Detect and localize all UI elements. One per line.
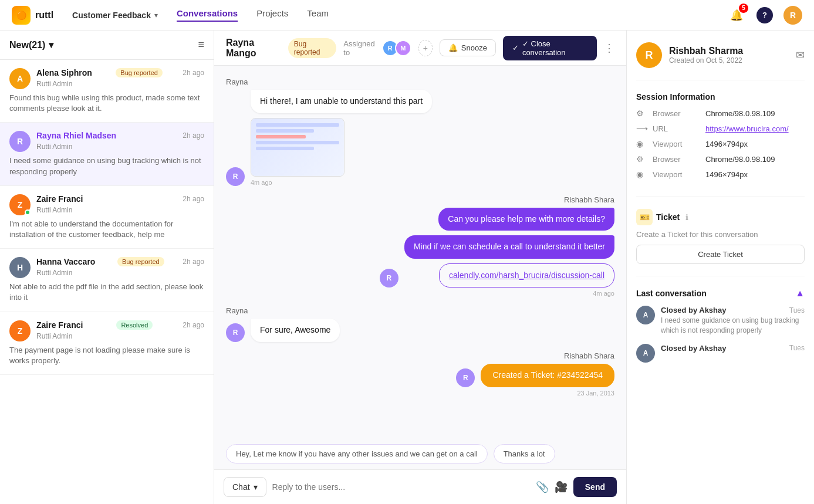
message-avatar: R	[380, 269, 398, 287]
info-row: ⚙ Browser Chrome/98.0.98.109	[636, 109, 805, 118]
message-group: Rayna R For sure, Awesome	[226, 306, 614, 342]
snooze-button[interactable]: 🔔 Snooze	[440, 39, 496, 56]
contact-created: Created on Oct 5, 2022	[669, 56, 743, 65]
user-avatar[interactable]: R	[783, 6, 802, 25]
sidebar-filter-icon[interactable]: ≡	[198, 39, 204, 51]
message-group: Rishabh Shara Can you please help me wit…	[226, 195, 614, 297]
convo-time: 2h ago	[183, 321, 204, 329]
avatar: R	[9, 131, 31, 152]
convo-preview: The payment page is not loading please m…	[9, 345, 204, 366]
message-time: 4m ago	[226, 290, 614, 297]
browser-icon: ⚙	[636, 154, 647, 164]
convo-item-top: Z Zaire Franci 2h ago Rutti Admin	[9, 194, 204, 217]
last-conversation-title: Last conversation	[636, 289, 707, 298]
top-navigation: 🟠 ruttl Customer Feedback ▾ Conversation…	[0, 0, 814, 31]
right-panel: R Rishbah Sharma Created on Oct 5, 2022 …	[626, 31, 814, 504]
main-layout: New(21) ▾ ≡ A Alena Siphron Bug reported…	[0, 31, 814, 504]
convo-name-row: Rayna Rhiel Madsen 2h ago	[36, 131, 204, 140]
logo-icon: 🟠	[12, 6, 31, 25]
sidebar-title[interactable]: New(21) ▾	[9, 39, 53, 50]
list-item[interactable]: Z Zaire Franci Resolved 2h ago Rutti Adm…	[0, 312, 214, 375]
avatar: A	[636, 306, 655, 324]
convo-role: Rutti Admin	[36, 332, 204, 340]
ticket-title-row: 🎫 Ticket ℹ	[636, 209, 805, 225]
attach-file-button[interactable]: 📎	[536, 481, 549, 493]
message-row: Can you please help me with more details…	[226, 208, 614, 288]
nav-team[interactable]: Team	[307, 8, 329, 22]
message-row: R For sure, Awesome	[226, 319, 614, 342]
session-info-title: Session Information	[636, 92, 805, 102]
divider	[636, 197, 805, 197]
quick-reply-button[interactable]: Thanks a lot	[494, 444, 555, 464]
last-convo-info: Closed by Akshay Tues I need some guidan…	[661, 306, 805, 336]
send-button[interactable]: Send	[573, 477, 617, 497]
convo-info: Hanna Vaccaro Bug reported 2h ago Rutti …	[36, 257, 204, 279]
brand-selector[interactable]: Customer Feedback ▾	[72, 11, 158, 20]
info-value-link[interactable]: https://www.brucira.com/	[705, 124, 789, 133]
screen-line	[256, 141, 339, 144]
chat-type-selector[interactable]: Chat ▾	[224, 477, 266, 497]
chat-contact-name: Rayna Mango	[226, 38, 281, 59]
convo-preview: Not able to add the pdf file in the add …	[9, 282, 204, 303]
brand-chevron-icon: ▾	[154, 11, 158, 19]
last-conversation-item: A Closed by Akshay Tues I need some guid…	[636, 306, 805, 336]
assigned-label: Assigned to	[343, 39, 377, 57]
info-row: ⟶ URL https://www.brucira.com/	[636, 124, 805, 133]
video-button[interactable]: 🎥	[555, 481, 568, 493]
convo-item-top: R Rayna Rhiel Madsen 2h ago Rutti Admin	[9, 131, 204, 153]
message-content: Can you please help me with more details…	[404, 208, 614, 288]
screen-line	[256, 123, 339, 127]
convo-role: Rutti Admin	[36, 206, 204, 214]
last-conversation-section: Last conversation ▲ A Closed by Akshay T…	[636, 288, 805, 371]
list-item[interactable]: A Alena Siphron Bug reported 2h ago Rutt…	[0, 60, 214, 123]
chat-header: Rayna Mango Bug reported Assigned to R M…	[214, 31, 626, 66]
sender-label: Rayna	[226, 77, 614, 86]
info-row: ◉ Viewport 1496×794px	[636, 139, 805, 148]
convo-name: Alena Siphron	[36, 68, 92, 77]
nav-conversations[interactable]: Conversations	[177, 8, 238, 22]
create-ticket-button[interactable]: Create Ticket	[636, 245, 805, 264]
convo-role: Rutti Admin	[36, 269, 204, 277]
message-time: 23 Jan, 2013	[226, 390, 614, 397]
message-bubble: For sure, Awesome	[251, 319, 340, 342]
checkmark-icon: ✓	[512, 43, 519, 52]
list-item[interactable]: H Hanna Vaccaro Bug reported 2h ago Rutt…	[0, 249, 214, 312]
notification-button[interactable]: 🔔 5	[727, 6, 746, 25]
message-bubble-link[interactable]: calendly.com/harsh_brucira/discussion-ca…	[439, 263, 614, 288]
quick-reply-button[interactable]: Hey, Let me know if you have any other i…	[226, 444, 488, 464]
divider	[636, 276, 805, 276]
divider	[636, 80, 805, 80]
logo[interactable]: 🟠 ruttl	[12, 6, 53, 25]
screen-line	[256, 147, 314, 150]
add-assignee-button[interactable]: +	[418, 40, 433, 56]
info-value: Chrome/98.0.98.109	[705, 109, 775, 118]
message-group: Rayna R Hi there!, I am unable to unders…	[226, 77, 614, 186]
screen-line	[256, 129, 314, 133]
last-convo-time: Tues	[789, 306, 805, 314]
message-row: R Hi there!, I am unable to understand t…	[226, 90, 614, 186]
message-row: Created a Ticket: #234522454 R	[226, 364, 614, 387]
chat-input-area: Chat ▾ 📎 🎥 Send	[214, 469, 626, 504]
convo-name-row: Hanna Vaccaro Bug reported 2h ago	[36, 257, 204, 266]
collapse-icon[interactable]: ▲	[795, 288, 805, 299]
close-conversation-button[interactable]: ✓ ✓ Close conversation	[503, 36, 597, 60]
quick-replies: Hey, Let me know if you have any other i…	[214, 438, 626, 469]
email-button[interactable]: ✉	[796, 49, 805, 62]
list-item[interactable]: Z Zaire Franci 2h ago Rutti Admin I'm no…	[0, 186, 214, 249]
nav-projects[interactable]: Projects	[256, 8, 288, 22]
help-button[interactable]: ?	[755, 6, 774, 25]
ticket-create-text: Create a Ticket for this conversation	[636, 230, 805, 239]
ticket-message-bubble: Created a Ticket: #234522454	[481, 364, 614, 387]
sender-label: Rayna	[226, 306, 614, 315]
chat-message-input[interactable]	[272, 482, 530, 492]
avatar: Z	[9, 194, 31, 215]
convo-info: Zaire Franci Resolved 2h ago Rutti Admin	[36, 320, 204, 343]
bell-icon: 🔔	[448, 43, 458, 52]
message-bubble: Mind if we can schedule a call to unders…	[404, 235, 614, 259]
sender-label: Rishabh Shara	[226, 195, 614, 204]
info-label: URL	[653, 124, 700, 133]
more-options-button[interactable]: ⋮	[604, 42, 614, 55]
convo-info: Alena Siphron Bug reported 2h ago Rutti …	[36, 68, 204, 90]
list-item[interactable]: R Rayna Rhiel Madsen 2h ago Rutti Admin …	[0, 123, 214, 185]
convo-role: Rutti Admin	[36, 80, 204, 88]
